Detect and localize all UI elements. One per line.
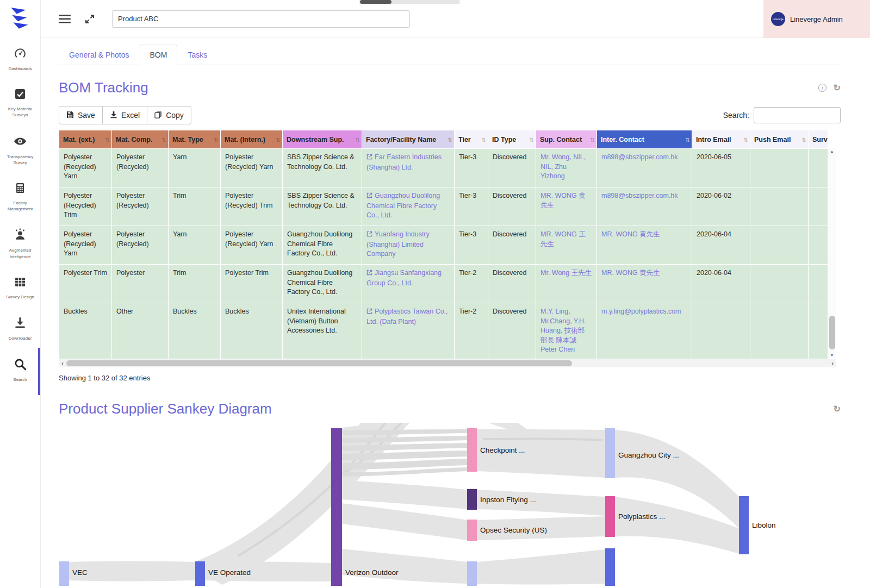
column-header-mat-type[interactable]: Mat. Type⇅ bbox=[169, 130, 221, 149]
column-label: Mat. Comp. bbox=[116, 136, 152, 143]
sankey-node-checkpoint[interactable] bbox=[467, 428, 477, 472]
column-header-mat-ext[interactable]: Mat. (ext.)⇅ bbox=[59, 130, 112, 149]
column-header-intro-email[interactable]: Intro Email⇅ bbox=[692, 130, 750, 149]
tab-bom[interactable]: BOM bbox=[140, 45, 178, 65]
table-search-input[interactable] bbox=[754, 107, 841, 123]
copy-button[interactable]: Copy bbox=[147, 106, 191, 124]
contact-link[interactable]: m898@sbszipper.com.hk bbox=[601, 153, 678, 161]
sort-icon[interactable]: ⇅ bbox=[530, 136, 534, 142]
tab-general-photos[interactable]: General & Photos bbox=[59, 45, 140, 65]
contact-link[interactable]: MR. WONG 黄先生 bbox=[601, 230, 660, 238]
save-button[interactable]: Save bbox=[59, 106, 103, 124]
excel-button-label: Excel bbox=[121, 111, 140, 120]
cell-sup-contact: M.Y. Ling, Mr.Chang, Y.H. Huang, 技術部 部長 … bbox=[536, 303, 597, 359]
sidebar-item-facility-management[interactable]: Facility Management bbox=[0, 176, 40, 218]
sankey-node-inpston[interactable] bbox=[467, 489, 477, 510]
sankey-node-polyplastics[interactable] bbox=[605, 496, 615, 537]
sort-icon[interactable]: ⇅ bbox=[482, 136, 486, 142]
sankey-node-vec[interactable] bbox=[59, 561, 69, 586]
sidebar-item-dashboards[interactable]: Dashboards bbox=[0, 40, 40, 78]
sidebar-item-transparency-survey[interactable]: Transparency Survey bbox=[0, 128, 40, 172]
table-row[interactable]: Polyester (Recycled) YarnPolyester (Recy… bbox=[59, 149, 828, 187]
sidebar-item-label: Key Material Surveys bbox=[1, 106, 39, 118]
contact-link[interactable]: MR. WONG 黄先生 bbox=[601, 269, 660, 277]
column-header-mat-comp[interactable]: Mat. Comp.⇅ bbox=[112, 130, 169, 149]
page-top-scrollbar[interactable] bbox=[359, 0, 460, 4]
column-header-downstream-sup[interactable]: Downstream Sup.⇅ bbox=[283, 130, 362, 149]
column-header-mat-intern[interactable]: Mat. (Intern.)⇅ bbox=[221, 130, 283, 149]
cell-downstream-sup: Guangzhou Duolilong Chemical Fibre Facto… bbox=[283, 265, 362, 303]
sankey-node-unlabeled-1[interactable] bbox=[467, 561, 477, 586]
table-row[interactable]: Polyester (Recycled) TrimPolyester (Recy… bbox=[59, 187, 828, 226]
column-header-tier[interactable]: Tier⇅ bbox=[455, 130, 488, 149]
user-panel[interactable]: Lineverge Lineverge Admin bbox=[763, 0, 870, 38]
column-header-sup-contact[interactable]: Sup. Contact⇅ bbox=[536, 130, 597, 149]
sidebar-item-downloader[interactable]: Downloader bbox=[0, 310, 40, 347]
factory-link[interactable]: Far Eastern Industries (Shanghai) Ltd. bbox=[366, 153, 442, 171]
factory-link[interactable]: Polyplastics Taiwan Co., Ltd. (Dafa Plan… bbox=[366, 308, 448, 326]
column-header-id-type[interactable]: ID Type⇅ bbox=[488, 130, 536, 149]
cell-intro-email: 2020-06-04 bbox=[692, 226, 750, 265]
sankey-node-verizon-outdoor[interactable] bbox=[331, 428, 342, 586]
page-top-scrollbar-thumb[interactable] bbox=[360, 0, 391, 4]
contact-link[interactable]: MR. WONG 王先生 bbox=[540, 230, 586, 248]
sankey-node-guangzhou-city[interactable] bbox=[605, 428, 615, 478]
column-header-survey[interactable]: Survey bbox=[809, 130, 828, 149]
vertical-scroll-thumb[interactable] bbox=[829, 316, 835, 349]
user-name: Lineverge Admin bbox=[790, 15, 843, 23]
horizontal-scroll-thumb[interactable] bbox=[66, 360, 572, 366]
column-header-factory-facility-name[interactable]: Factory/Facility Name⇅ bbox=[362, 130, 455, 149]
sort-icon[interactable]: ⇅ bbox=[802, 136, 806, 142]
sidebar-item-search[interactable]: Search bbox=[0, 351, 40, 389]
contact-link[interactable]: Mr. Wong, NIL, NIL, Zhu Yizhong bbox=[540, 153, 586, 180]
scroll-up-arrow-icon[interactable]: ▲ bbox=[830, 149, 834, 153]
factory-link[interactable]: Jiangsu Sanfangxiang Group Co., Ltd. bbox=[366, 269, 442, 287]
table-row[interactable]: Polyester TrimPolyesterTrimPolyester Tri… bbox=[59, 265, 828, 303]
hamburger-menu-icon[interactable] bbox=[59, 15, 71, 23]
sort-icon[interactable]: ⇅ bbox=[214, 136, 219, 142]
cell-inter-contact: MR. WONG 黄先生 bbox=[597, 226, 692, 265]
column-header-push-email[interactable]: Push Email⇅ bbox=[750, 130, 809, 149]
scroll-left-arrow-icon[interactable]: ‹ bbox=[61, 360, 64, 367]
contact-link[interactable]: Mr. Wong 王先生 bbox=[540, 269, 592, 277]
factory-link[interactable]: Guangzhou Duolilong Chemical Fibre Facto… bbox=[366, 192, 440, 219]
cell-factory-facility-name: Polyplastics Taiwan Co., Ltd. (Dafa Plan… bbox=[362, 303, 455, 359]
sort-icon[interactable]: ⇅ bbox=[162, 136, 166, 142]
sankey-node-unlabeled-2[interactable] bbox=[605, 548, 615, 586]
factory-link[interactable]: Yuanfang Industry (Shanghai) Limited Com… bbox=[366, 230, 430, 258]
sort-icon[interactable]: ⇅ bbox=[105, 136, 110, 142]
tab-tasks[interactable]: Tasks bbox=[177, 45, 217, 65]
sidebar-item-survey-design[interactable]: Survey Design bbox=[0, 270, 40, 306]
table-row[interactable]: BucklesOtherBucklesBucklesUnitex Interna… bbox=[59, 303, 828, 359]
sidebar-item-key-material-surveys[interactable]: Key Material Surveys bbox=[0, 82, 40, 124]
bom-toolbar: Save Excel Copy Search: bbox=[59, 106, 841, 124]
sankey-node-opsec[interactable] bbox=[467, 520, 477, 541]
contact-link[interactable]: m898@sbszipper.com.hk bbox=[601, 192, 678, 199]
refresh-icon[interactable]: ↻ bbox=[834, 84, 841, 92]
sort-icon[interactable]: ⇅ bbox=[356, 136, 360, 142]
sort-icon[interactable]: ⇅ bbox=[276, 136, 281, 142]
table-horizontal-scrollbar[interactable]: ‹ › bbox=[59, 359, 836, 367]
sankey-node-ve-operated[interactable] bbox=[195, 561, 205, 586]
product-search-input[interactable] bbox=[112, 10, 410, 28]
table-vertical-scrollbar[interactable]: ▲ ▼ bbox=[828, 148, 836, 358]
excel-button[interactable]: Excel bbox=[103, 106, 147, 124]
contact-link[interactable]: m.y.ling@polyplastics.com bbox=[601, 308, 681, 315]
sankey-node-libolon[interactable] bbox=[739, 496, 749, 554]
sankey-refresh-icon[interactable]: ↻ bbox=[834, 405, 841, 414]
column-header-inter-contact[interactable]: Inter. Contact⇅ bbox=[597, 130, 692, 149]
scroll-down-arrow-icon[interactable]: ▼ bbox=[830, 353, 834, 357]
column-label: Intro Email bbox=[696, 136, 731, 143]
cell-survey bbox=[809, 226, 828, 265]
sidebar-item-augmented-intelligence[interactable]: Augmented Inteligence bbox=[0, 222, 40, 265]
fullscreen-icon[interactable] bbox=[85, 14, 95, 24]
contact-link[interactable]: M.Y. Ling, Mr.Chang, Y.H. Huang, 技術部 部長 … bbox=[540, 308, 586, 353]
scroll-right-arrow-icon[interactable]: › bbox=[831, 360, 834, 367]
info-icon[interactable]: i bbox=[818, 84, 826, 92]
contact-link[interactable]: MR. WONG 黄先生 bbox=[540, 192, 586, 209]
sort-icon[interactable]: ⇅ bbox=[591, 136, 595, 142]
sort-icon[interactable]: ⇅ bbox=[744, 136, 748, 142]
sort-icon[interactable]: ⇅ bbox=[448, 136, 452, 142]
sort-icon[interactable]: ⇅ bbox=[686, 136, 690, 142]
table-row[interactable]: Polyester (Recycled) YarnPolyester (Recy… bbox=[59, 226, 828, 265]
